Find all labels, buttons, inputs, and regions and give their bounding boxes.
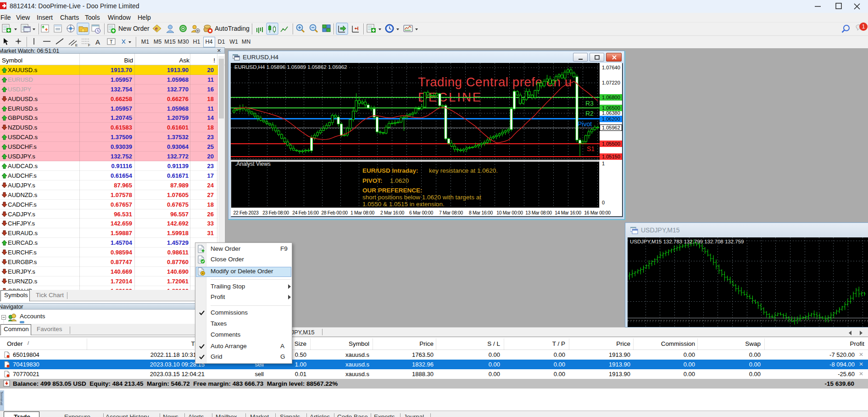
svg-text:1.06800: 1.06800 <box>602 95 620 100</box>
svg-text:Pivot: Pivot <box>578 120 592 128</box>
svg-text:1.05962: 1.05962 <box>602 125 620 130</box>
svg-text:1.0550 & 1.0515 in extension.: 1.0550 & 1.0515 in extension. <box>362 201 445 208</box>
svg-text:key resistance at 1.0620.: key resistance at 1.0620. <box>429 167 498 174</box>
svg-text:USDJPY,M15 132.783 132.799 13: USDJPY,M15 132.783 132.799 132.708 132.7… <box>630 239 744 244</box>
svg-text:EURUSD,H4 1.05896 1.05989 1.0: EURUSD,H4 1.05896 1.05989 1.05862 1.0596… <box>234 64 347 70</box>
svg-text:W1: W1 <box>229 39 238 45</box>
svg-text:2 Mar 16:00: 2 Mar 16:00 <box>380 210 405 215</box>
svg-text:8 Mar 16:00: 8 Mar 16:00 <box>469 210 493 215</box>
svg-text:PIVOT:: PIVOT: <box>362 177 383 184</box>
svg-text:6 Mar 00:00: 6 Mar 00:00 <box>409 210 434 215</box>
svg-text:16 Mar 00:00: 16 Mar 00:00 <box>584 210 611 215</box>
svg-text:1: 1 <box>602 161 605 166</box>
svg-text:.Analyst Views: .Analyst Views <box>235 161 271 167</box>
svg-text:23 Feb 08:00: 23 Feb 08:00 <box>262 210 289 215</box>
svg-text:1.06380: 1.06380 <box>602 110 620 116</box>
svg-text:7 Mar 08:00: 7 Mar 08:00 <box>439 210 463 215</box>
svg-text:1.05150: 1.05150 <box>602 154 620 159</box>
svg-text:MN: MN <box>242 39 250 45</box>
svg-text:1.07640: 1.07640 <box>602 65 620 70</box>
svg-text:28 Feb 00:00: 28 Feb 00:00 <box>321 210 348 215</box>
svg-text:EUR/USD Intraday:: EUR/USD Intraday: <box>362 167 418 174</box>
svg-text:1.06200: 1.06200 <box>602 116 620 122</box>
svg-text:1.05500: 1.05500 <box>602 141 620 147</box>
svg-text:14 Mar 16:00: 14 Mar 16:00 <box>555 210 581 215</box>
svg-text:1.0620: 1.0620 <box>390 177 409 184</box>
svg-text:1.07220: 1.07220 <box>602 80 620 85</box>
svg-text:0: 0 <box>602 200 605 205</box>
svg-text:R3: R3 <box>585 100 594 107</box>
svg-text:OUR PREFERENCE:: OUR PREFERENCE: <box>362 187 423 194</box>
svg-text:1: 1 <box>862 23 865 30</box>
svg-text:S1: S1 <box>587 145 595 152</box>
svg-text:13 Mar 08:00: 13 Mar 08:00 <box>525 210 552 215</box>
svg-text:10 Mar 00:00: 10 Mar 00:00 <box>496 210 523 215</box>
svg-text:1 Mar 08:00: 1 Mar 08:00 <box>351 210 375 215</box>
svg-text:short positions below 1.0620 w: short positions below 1.0620 with target… <box>362 194 481 201</box>
svg-text:22 Feb 2023: 22 Feb 2023 <box>233 210 259 215</box>
svg-text:R2: R2 <box>585 110 594 117</box>
svg-text:24 Feb 16:00: 24 Feb 16:00 <box>292 210 319 215</box>
